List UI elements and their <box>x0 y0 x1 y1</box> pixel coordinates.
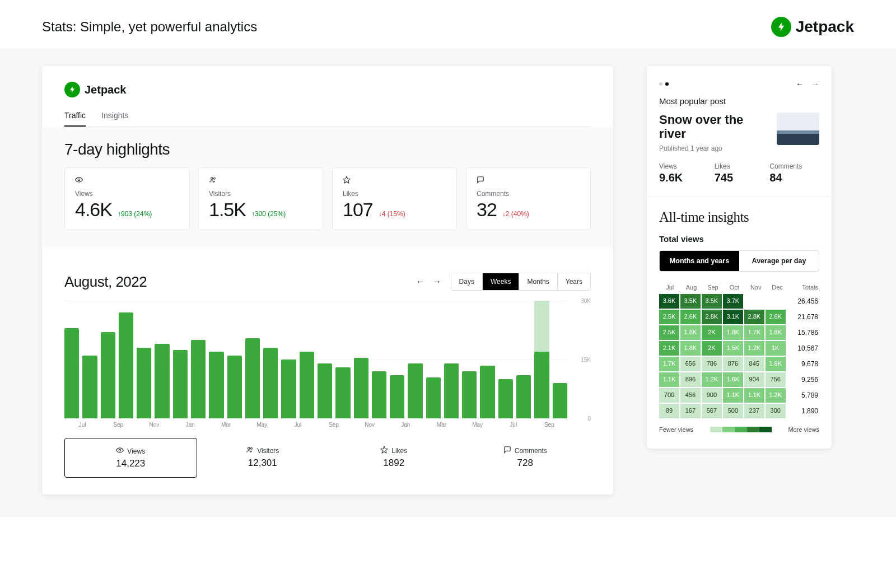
bar[interactable] <box>335 367 350 418</box>
heat-cell[interactable]: 2.6K <box>766 310 786 324</box>
bar[interactable] <box>209 352 223 418</box>
heat-cell[interactable]: 2K <box>702 341 722 356</box>
bar[interactable] <box>318 363 332 418</box>
heat-cell[interactable]: 3.6K <box>659 294 679 309</box>
bar[interactable] <box>263 348 278 418</box>
heat-cell[interactable]: 1.1K <box>723 388 743 403</box>
heat-cell[interactable]: 1.7K <box>659 357 679 371</box>
heat-cell[interactable]: 845 <box>744 357 764 371</box>
heat-cell[interactable]: 700 <box>659 388 679 403</box>
heat-cell[interactable]: 756 <box>766 372 786 387</box>
bar[interactable] <box>64 328 79 418</box>
bar[interactable] <box>444 363 459 418</box>
prev-arrow-icon[interactable]: ← <box>416 277 425 287</box>
heat-cell[interactable]: 1.7K <box>744 325 764 340</box>
heat-cell[interactable]: 1.6K <box>723 372 743 387</box>
svg-point-1 <box>211 178 213 180</box>
bar[interactable] <box>480 366 494 419</box>
heat-total: 21,678 <box>787 310 819 324</box>
heat-cell[interactable]: 300 <box>766 404 786 418</box>
heat-cell[interactable]: 237 <box>744 404 764 418</box>
stat-visitors[interactable]: Visitors12,301 <box>197 438 329 478</box>
segment-control: Months and yearsAverage per day <box>659 250 819 272</box>
bar[interactable] <box>119 312 133 418</box>
heat-cell[interactable]: 896 <box>680 372 701 387</box>
bar[interactable] <box>498 379 513 418</box>
bar[interactable] <box>553 383 567 418</box>
heat-cell[interactable]: 1.2K <box>766 388 786 403</box>
heat-cell[interactable]: 656 <box>680 357 701 371</box>
heat-cell[interactable]: 456 <box>680 388 701 403</box>
heat-cell[interactable]: 89 <box>659 404 679 418</box>
next-arrow-icon[interactable]: → <box>433 277 442 287</box>
heat-cell[interactable]: 786 <box>702 357 722 371</box>
bar[interactable] <box>191 340 206 418</box>
stat-comments[interactable]: Comments728 <box>460 438 591 478</box>
bar[interactable] <box>173 350 188 419</box>
x-tick: Jan <box>388 422 423 428</box>
tab-traffic[interactable]: Traffic <box>64 105 86 127</box>
bar[interactable] <box>516 375 531 418</box>
bar[interactable] <box>372 371 386 418</box>
tab-insights[interactable]: Insights <box>101 105 128 127</box>
seg-1[interactable]: Average per day <box>739 251 819 271</box>
bar[interactable] <box>227 356 242 418</box>
heat-cell[interactable]: 2.8K <box>744 310 764 324</box>
kpi-value: 1.5K <box>209 199 246 221</box>
heat-cell[interactable]: 567 <box>702 404 722 418</box>
heat-cell[interactable]: 1.2K <box>702 372 722 387</box>
bar[interactable] <box>137 348 151 418</box>
heat-cell[interactable] <box>744 294 764 309</box>
heat-cell[interactable]: 904 <box>744 372 764 387</box>
bar[interactable] <box>101 332 115 418</box>
next-arrow-icon[interactable]: → <box>811 80 819 88</box>
heat-cell[interactable]: 2.1K <box>659 341 679 356</box>
bar[interactable] <box>281 360 296 418</box>
range-days[interactable]: Days <box>451 273 482 290</box>
panel-brand: Jetpack <box>64 82 591 97</box>
bar[interactable] <box>155 344 169 418</box>
heat-cell[interactable]: 1.8K <box>766 325 786 340</box>
heat-cell[interactable]: 2.8K <box>702 310 722 324</box>
heat-cell[interactable]: 167 <box>680 404 701 418</box>
heat-cell[interactable]: 1.5K <box>723 341 743 356</box>
heat-cell[interactable]: 3.5K <box>702 294 722 309</box>
mob-stat-comments: Comments84 <box>769 162 819 184</box>
heat-cell[interactable]: 1.8K <box>680 341 701 356</box>
heat-cell[interactable]: 876 <box>723 357 743 371</box>
range-years[interactable]: Years <box>557 273 590 290</box>
heat-cell[interactable]: 1.6K <box>766 357 786 371</box>
range-weeks[interactable]: Weeks <box>482 273 519 290</box>
heat-cell[interactable]: 3.7K <box>723 294 743 309</box>
heat-cell[interactable]: 2.5K <box>659 325 679 340</box>
heat-total: 26,456 <box>787 294 819 309</box>
bar[interactable] <box>462 371 477 418</box>
bar[interactable] <box>245 338 260 419</box>
heat-cell[interactable]: 2.5K <box>659 310 679 324</box>
bar[interactable] <box>300 352 314 418</box>
seg-0[interactable]: Months and years <box>660 251 739 271</box>
bar[interactable] <box>534 301 549 418</box>
heat-cell[interactable]: 3.5K <box>680 294 701 309</box>
heat-cell[interactable]: 1.2K <box>744 341 764 356</box>
heat-cell[interactable]: 500 <box>723 404 743 418</box>
heat-cell[interactable]: 900 <box>702 388 722 403</box>
heat-cell[interactable]: 2K <box>702 325 722 340</box>
stat-views[interactable]: Views14,223 <box>64 438 197 478</box>
heat-cell[interactable]: 1.1K <box>659 372 679 387</box>
heat-cell[interactable]: 1.1K <box>744 388 764 403</box>
heat-cell[interactable]: 3.1K <box>723 310 743 324</box>
heat-cell[interactable]: 1.8K <box>723 325 743 340</box>
bar[interactable] <box>354 358 368 419</box>
bar[interactable] <box>426 377 441 419</box>
heat-cell[interactable]: 1K <box>766 341 786 356</box>
heat-cell[interactable]: 1.8K <box>680 325 701 340</box>
heat-cell[interactable] <box>766 294 786 309</box>
prev-arrow-icon[interactable]: ← <box>796 80 804 88</box>
bar[interactable] <box>408 363 422 418</box>
range-months[interactable]: Months <box>519 273 557 290</box>
stat-likes[interactable]: Likes1892 <box>328 438 460 478</box>
bar[interactable] <box>82 356 97 418</box>
heat-cell[interactable]: 2.6K <box>680 310 701 324</box>
bar[interactable] <box>390 375 404 418</box>
